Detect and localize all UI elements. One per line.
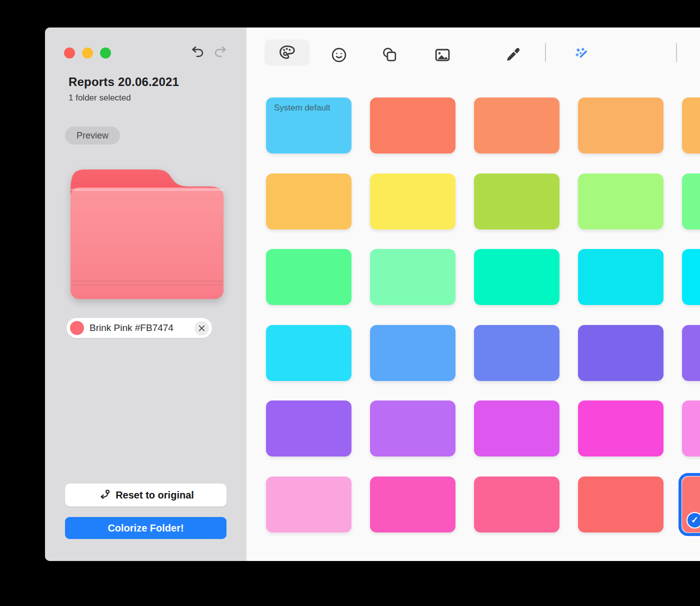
color-swatch[interactable] <box>266 174 352 230</box>
color-swatch[interactable] <box>474 400 560 456</box>
color-swatch[interactable] <box>578 249 664 305</box>
image-icon <box>434 46 452 64</box>
selected-color-chip: Brink Pink #FB7474 <box>66 318 212 338</box>
color-dot <box>70 321 84 335</box>
reset-icon <box>98 489 110 501</box>
color-swatch[interactable] <box>370 249 456 305</box>
toolbar-divider <box>545 43 546 62</box>
color-swatch[interactable] <box>474 98 560 154</box>
preview-label: Preview <box>65 126 120 144</box>
color-name-hex: Brink Pink #FB7474 <box>90 322 174 334</box>
color-swatch[interactable] <box>370 98 456 154</box>
color-grid: System default✓ <box>266 98 700 532</box>
main-pane: System default✓ <box>246 28 700 561</box>
selection-subtitle: 1 folder selected <box>68 93 131 103</box>
tab-shapes[interactable] <box>374 40 406 70</box>
system-default-label: System default <box>274 103 330 113</box>
color-swatch[interactable] <box>682 400 700 456</box>
color-swatch[interactable] <box>578 400 664 456</box>
undo-icon <box>190 44 205 60</box>
color-swatch[interactable] <box>370 325 456 381</box>
color-swatch[interactable] <box>578 325 664 381</box>
color-swatch[interactable] <box>370 400 456 456</box>
color-swatch-selected[interactable]: ✓ <box>682 476 700 532</box>
color-swatch[interactable]: System default <box>266 98 352 154</box>
folder-icon <box>66 166 228 300</box>
reset-to-original-button[interactable]: Reset to original <box>65 484 226 506</box>
selection-title: Reports 20.06.2021 <box>68 75 179 89</box>
toolbar-divider <box>676 43 677 62</box>
folder-preview <box>66 166 228 300</box>
color-swatch[interactable] <box>266 476 352 532</box>
selected-check-icon: ✓ <box>686 512 700 528</box>
minimize-button[interactable] <box>82 48 93 58</box>
color-swatch[interactable] <box>578 476 664 532</box>
color-swatch[interactable] <box>474 325 560 381</box>
sidebar: Reports 20.06.2021 1 folder selected Pre… <box>45 28 246 561</box>
remove-color-button[interactable] <box>194 321 209 336</box>
color-swatch[interactable] <box>474 174 560 230</box>
tab-color-palette[interactable] <box>264 40 310 66</box>
color-swatch[interactable] <box>578 174 664 230</box>
color-swatch[interactable] <box>474 476 560 532</box>
tab-image[interactable] <box>427 40 458 70</box>
zoom-button[interactable] <box>100 48 111 58</box>
color-swatch[interactable] <box>370 174 456 230</box>
colorize-folder-button[interactable]: Colorize Folder! <box>65 517 226 539</box>
magic-wand-button[interactable] <box>567 40 598 70</box>
eyedropper-button[interactable] <box>497 40 528 70</box>
window-controls <box>64 48 111 58</box>
color-swatch[interactable] <box>474 249 560 305</box>
emoji-icon <box>330 46 348 64</box>
redo-icon <box>213 44 228 60</box>
redo-button[interactable] <box>212 44 228 60</box>
app-window: Reports 20.06.2021 1 folder selected Pre… <box>45 28 700 561</box>
color-swatch[interactable] <box>578 98 664 154</box>
color-swatch[interactable] <box>682 174 700 230</box>
color-swatch[interactable] <box>266 249 352 305</box>
color-swatch[interactable] <box>682 98 700 154</box>
color-swatch[interactable] <box>682 249 700 305</box>
color-swatch[interactable] <box>266 400 352 456</box>
shapes-icon <box>381 46 399 64</box>
undo-button[interactable] <box>190 44 206 60</box>
close-button[interactable] <box>64 48 75 58</box>
color-swatch[interactable] <box>370 476 456 532</box>
palette-icon <box>278 44 296 62</box>
tab-emoji[interactable] <box>324 40 354 70</box>
color-swatch[interactable] <box>682 325 700 381</box>
eyedropper-icon <box>504 46 521 64</box>
color-swatch[interactable] <box>266 325 352 381</box>
magic-wand-icon <box>574 46 591 64</box>
close-icon <box>198 324 206 332</box>
